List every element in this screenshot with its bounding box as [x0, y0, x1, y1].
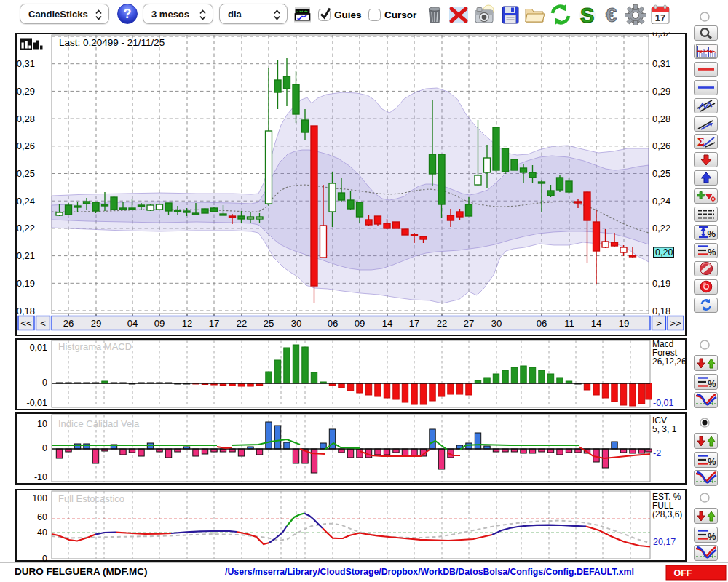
svg-text:0: 0	[42, 443, 47, 453]
svg-text:(28,3,6): (28,3,6)	[652, 509, 682, 519]
svg-text:17: 17	[209, 318, 220, 329]
svg-text:%: %	[708, 378, 716, 388]
svg-text:0,31: 0,31	[17, 58, 35, 69]
svg-text:0,29: 0,29	[652, 86, 670, 97]
svg-text:-0,01: -0,01	[27, 398, 48, 408]
svg-text:OFF: OFF	[674, 568, 692, 578]
svg-text:25: 25	[264, 318, 274, 329]
svg-text:0,21: 0,21	[17, 250, 35, 261]
svg-text:19: 19	[619, 318, 630, 329]
svg-text:-0,01: -0,01	[653, 398, 674, 408]
svg-text:0,28: 0,28	[17, 113, 35, 124]
svg-text:Full Estocastico: Full Estocastico	[58, 493, 124, 504]
svg-text:0,01: 0,01	[30, 343, 47, 353]
svg-text:>>: >>	[670, 318, 681, 329]
svg-text:22: 22	[237, 318, 248, 329]
svg-text:0,25: 0,25	[652, 168, 670, 179]
svg-text:20,17: 20,17	[653, 537, 676, 547]
svg-text:%: %	[708, 456, 716, 466]
svg-text:12: 12	[182, 318, 193, 329]
svg-text:0,24: 0,24	[652, 196, 670, 207]
svg-text:0,26: 0,26	[652, 140, 670, 151]
svg-text:09: 09	[154, 318, 165, 329]
svg-text:11: 11	[564, 318, 574, 329]
svg-text:04: 04	[127, 318, 138, 329]
svg-text:26: 26	[63, 318, 74, 329]
svg-text:0,19: 0,19	[17, 278, 35, 289]
svg-text:0: 0	[42, 378, 47, 388]
svg-text:%: %	[707, 228, 716, 239]
svg-text:0,20: 0,20	[655, 247, 673, 258]
svg-text:0,25: 0,25	[17, 168, 35, 179]
svg-text:Last: 0.20499 - 21/11/25: Last: 0.20499 - 21/11/25	[59, 37, 165, 48]
svg-text:Histgrama MACD: Histgrama MACD	[58, 341, 132, 352]
svg-text:17: 17	[409, 318, 420, 329]
svg-text:06: 06	[328, 318, 339, 329]
svg-text:06: 06	[537, 318, 547, 329]
svg-text:%: %	[708, 531, 716, 541]
svg-text:26,12,26: 26,12,26	[652, 356, 687, 367]
svg-text:30: 30	[491, 318, 502, 329]
svg-text:22: 22	[437, 318, 448, 329]
svg-text:0,22: 0,22	[17, 223, 35, 234]
svg-text:29: 29	[91, 318, 102, 329]
svg-text:Indice Calidad Vela: Indice Calidad Vela	[58, 418, 140, 429]
svg-text:14: 14	[591, 318, 602, 329]
svg-text:0,28: 0,28	[652, 113, 670, 124]
svg-text:40: 40	[37, 527, 47, 538]
svg-text:0,18: 0,18	[652, 306, 670, 316]
svg-text:0,19: 0,19	[652, 278, 670, 289]
svg-text:<<: <<	[20, 318, 32, 329]
svg-text:0,18: 0,18	[17, 306, 35, 316]
svg-text:27: 27	[464, 318, 475, 329]
svg-text:-2: -2	[653, 448, 661, 458]
svg-text:>: >	[656, 318, 662, 329]
svg-text:0,31: 0,31	[652, 58, 670, 69]
svg-text:100: 100	[32, 493, 47, 503]
svg-text:5, 3, 1: 5, 3, 1	[652, 424, 677, 434]
svg-text:%: %	[708, 247, 716, 257]
svg-text:10: 10	[37, 419, 47, 429]
svg-text:0,24: 0,24	[17, 196, 35, 207]
svg-text:-10: -10	[34, 472, 47, 482]
svg-text:0,29: 0,29	[17, 86, 35, 97]
svg-text:09: 09	[355, 318, 365, 329]
svg-text:0,22: 0,22	[652, 223, 670, 234]
svg-text:<: <	[40, 318, 46, 329]
svg-text:30: 30	[291, 318, 302, 329]
svg-text:/Users/mserra/Library/CloudSto: /Users/mserra/Library/CloudStorage/Dropb…	[225, 567, 634, 577]
svg-text:DURO FELGUERA (MDF.MC): DURO FELGUERA (MDF.MC)	[15, 566, 147, 577]
svg-text:14: 14	[382, 318, 393, 329]
svg-text:0,26: 0,26	[17, 140, 35, 151]
svg-text:60: 60	[37, 512, 47, 522]
